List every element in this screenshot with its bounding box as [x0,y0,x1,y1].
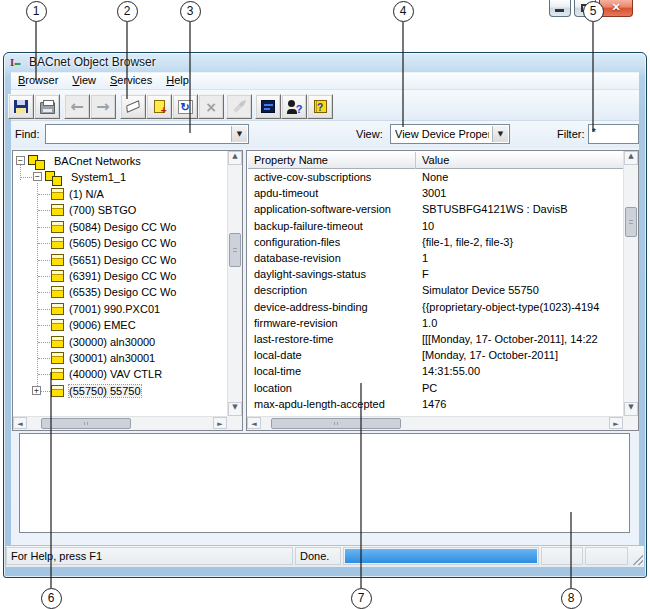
vertical-scrollbar[interactable]: ▲▼ [623,151,638,416]
tree-item-label: (40000) VAV CTLR [69,368,162,380]
tree-item[interactable]: (30001) aln30001 [14,350,226,366]
forward-button: → [90,94,116,119]
property-value-cell: 14:31:55.00 [422,365,620,377]
tree-connector [38,292,50,293]
tree-item-label: (5605) Desigo CC Wo [69,237,176,249]
property-value-cell: {{proprietary-object-type(1023)-4194 [422,301,620,313]
vertical-scrollbar[interactable]: ▲▼ [227,151,242,416]
property-row[interactable]: active-cov-subscriptionsNone [248,170,622,186]
tree-item[interactable]: (9006) EMEC [14,317,226,333]
tree-item[interactable]: (700) SBTGO [14,202,226,218]
horizontal-scrollbar[interactable]: ◄► [13,416,227,430]
scroll-left-button[interactable]: ◄ [13,417,27,429]
tree-connector [38,243,50,244]
tree-item[interactable]: (7001) 990.PXC01 [14,301,226,317]
property-row[interactable]: daylight-savings-statusF [248,267,622,283]
scroll-left-button[interactable]: ◄ [247,417,261,429]
find-combobox-arrow[interactable]: ▼ [231,126,247,142]
property-row[interactable]: backup-failure-timeout10 [248,219,622,235]
property-value-cell: 3001 [422,187,620,199]
device-node-icon [51,270,64,282]
menu-item-view[interactable]: View [65,73,103,90]
property-row[interactable]: firmware-revision1.0 [248,316,622,332]
tree-item[interactable]: (5605) Desigo CC Wo [14,235,226,251]
tree-item[interactable]: (1) N/A [14,186,226,202]
property-panel[interactable]: Property NameValueactive-cov-subscriptio… [246,150,639,431]
close-icon: ✕ [611,1,620,13]
tree-item-label: (9006) EMEC [69,319,136,331]
output-panel[interactable] [19,433,630,533]
menu-item-browser[interactable]: Browser [11,73,65,90]
find-combobox[interactable]: ▼ [45,124,249,144]
column-header-value[interactable]: Value [416,152,623,169]
tree-item[interactable]: −BACnet Networks [14,153,226,169]
property-row[interactable]: last-restore-time[[[Monday, 17- October-… [248,332,622,348]
view-combobox-arrow[interactable]: ▼ [492,126,508,142]
property-name-cell: database-revision [254,252,414,264]
property-row[interactable]: application-software-versionSBTUSBFG4121… [248,202,622,218]
edit-button [226,94,252,119]
print-button[interactable] [34,94,60,119]
tree-item[interactable]: (6535) Desigo CC Wo [14,284,226,300]
add-object-button[interactable] [146,94,172,119]
property-row[interactable]: local-date[Monday, 17- October-2011] [248,348,622,364]
column-header-property-name[interactable]: Property Name [248,152,416,169]
property-name-cell: local-date [254,349,414,361]
property-row[interactable]: descriptionSimulator Device 55750 [248,283,622,299]
tree-item[interactable]: (30000) aln30000 [14,334,226,350]
tree-item[interactable]: (40000) VAV CTLR [14,366,226,382]
callout-6: 6 [41,588,62,609]
save-button[interactable] [8,94,34,119]
property-row[interactable]: locationPC [248,381,622,397]
refresh-button[interactable]: ↻ [172,94,198,119]
property-name-cell: backup-failure-timeout [254,220,414,232]
context-help-button[interactable] [281,94,307,119]
scroll-up-button[interactable]: ▲ [624,151,638,165]
expand-icon[interactable]: + [32,386,41,395]
scroll-down-button[interactable]: ▼ [624,402,638,416]
printer-icon [40,102,55,114]
collapse-icon[interactable]: − [33,172,42,181]
tree-item[interactable]: −System1_1 [14,169,226,185]
scroll-thumb[interactable] [229,233,241,267]
property-row[interactable]: max-apdu-length-accepted1476 [248,397,622,413]
tree-item[interactable]: (5084) Desigo CC Wo [14,219,226,235]
property-name-cell: max-apdu-length-accepted [254,398,414,410]
scroll-up-button[interactable]: ▲ [228,151,242,165]
property-value-cell: None [422,171,620,183]
property-row[interactable]: apdu-timeout3001 [248,186,622,202]
view-combobox[interactable]: View Device Properties ▼ [390,124,510,144]
scroll-right-button[interactable]: ► [213,417,227,429]
clear-button[interactable] [120,94,146,119]
tree-item[interactable]: (5651) Desigo CC Wo [14,252,226,268]
resize-grip-icon[interactable] [631,553,643,565]
device-node-icon [51,336,64,348]
tree-panel[interactable]: −BACnet Networks−System1_1(1) N/A(700) S… [12,150,243,431]
minimize-button[interactable] [549,0,571,17]
property-row[interactable]: database-revision1 [248,251,622,267]
tree-item-label: (30001) aln30001 [69,352,155,364]
property-row[interactable]: local-time14:31:55.00 [248,364,622,380]
close-button[interactable]: ✕ [599,0,633,17]
scroll-right-button[interactable]: ► [609,417,623,429]
tree-item[interactable]: (6391) Desigo CC Wo [14,268,226,284]
find-bar: Find: ▼ View: View Device Properties ▼ F… [11,121,639,148]
property-row[interactable]: configuration-files{file-1, file-2, file… [248,235,622,251]
menu-item-help[interactable]: Help [159,73,196,90]
scroll-thumb[interactable] [271,418,401,429]
filter-input[interactable]: * [588,124,639,144]
horizontal-scrollbar[interactable]: ◄► [247,416,623,430]
tree-connector [38,227,50,228]
scroll-down-button[interactable]: ▼ [228,402,242,416]
property-value-cell: 1.0 [422,317,620,329]
collapse-icon[interactable]: − [16,156,25,165]
help-button[interactable] [307,94,333,119]
status-done-text: Done. [295,547,341,565]
status-cell-1 [541,547,583,565]
menu-item-services[interactable]: Services [103,73,159,90]
device-button[interactable] [255,94,281,119]
property-row[interactable]: device-address-binding{{proprietary-obje… [248,300,622,316]
tree-item[interactable]: +(55750) 55750 [14,383,226,399]
scroll-thumb[interactable] [41,418,131,429]
scroll-thumb[interactable] [625,207,637,237]
